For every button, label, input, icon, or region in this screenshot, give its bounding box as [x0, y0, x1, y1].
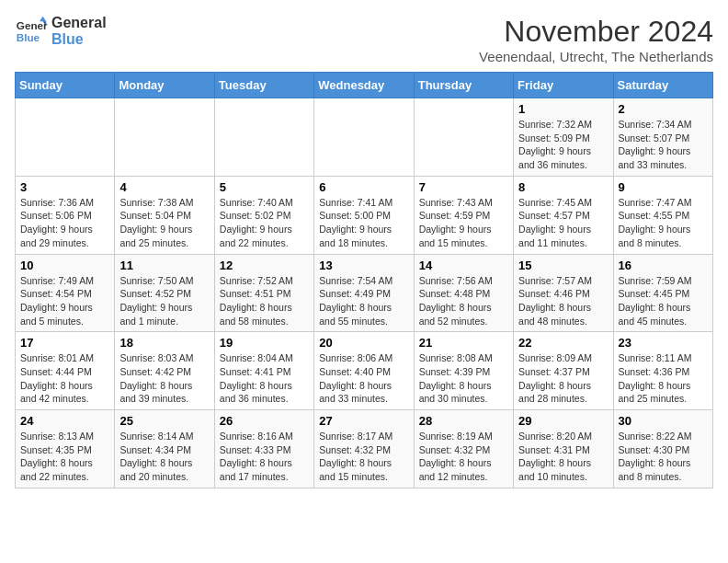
day-info: Sunrise: 7:32 AM Sunset: 5:09 PM Dayligh… — [518, 118, 608, 172]
day-info: Sunrise: 8:11 AM Sunset: 4:36 PM Dayligh… — [619, 351, 708, 406]
logo-line2: Blue — [51, 31, 107, 48]
day-info: Sunrise: 7:40 AM Sunset: 5:02 PM Dayligh… — [220, 196, 309, 250]
weekday-header: Thursday — [414, 73, 513, 98]
location-subtitle: Veenendaal, Utrecht, The Netherlands — [479, 49, 713, 64]
weekday-header-row: SundayMondayTuesdayWednesdayThursdayFrid… — [16, 73, 713, 98]
day-info: Sunrise: 7:50 AM Sunset: 4:52 PM Dayligh… — [119, 274, 209, 328]
day-info: Sunrise: 7:47 AM Sunset: 4:55 PM Dayligh… — [619, 196, 708, 250]
calendar-table: SundayMondayTuesdayWednesdayThursdayFrid… — [15, 72, 713, 488]
calendar-cell: 15Sunrise: 7:57 AM Sunset: 4:46 PM Dayli… — [514, 254, 613, 332]
day-info: Sunrise: 8:17 AM Sunset: 4:32 PM Dayligh… — [319, 430, 408, 484]
day-info: Sunrise: 8:08 AM Sunset: 4:39 PM Dayligh… — [419, 351, 508, 406]
logo-line1: General — [51, 15, 107, 31]
calendar-cell: 13Sunrise: 7:54 AM Sunset: 4:49 PM Dayli… — [314, 254, 414, 332]
calendar-cell: 22Sunrise: 8:09 AM Sunset: 4:37 PM Dayli… — [514, 332, 613, 410]
day-info: Sunrise: 8:04 AM Sunset: 4:41 PM Dayligh… — [220, 351, 309, 406]
calendar-cell: 12Sunrise: 7:52 AM Sunset: 4:51 PM Dayli… — [214, 254, 313, 332]
day-info: Sunrise: 7:34 AM Sunset: 5:07 PM Dayligh… — [619, 118, 708, 172]
day-number: 4 — [119, 180, 209, 194]
day-info: Sunrise: 8:03 AM Sunset: 4:42 PM Dayligh… — [119, 351, 209, 406]
day-number: 21 — [419, 336, 508, 350]
weekday-header: Sunday — [16, 73, 115, 98]
day-number: 17 — [20, 336, 109, 350]
calendar-cell: 10Sunrise: 7:49 AM Sunset: 4:54 PM Dayli… — [16, 254, 115, 332]
day-info: Sunrise: 7:54 AM Sunset: 4:49 PM Dayligh… — [319, 274, 408, 328]
calendar-cell: 7Sunrise: 7:43 AM Sunset: 4:59 PM Daylig… — [414, 176, 513, 254]
page-header: General Blue General Blue November 2024 … — [15, 15, 713, 64]
day-number: 27 — [319, 414, 408, 428]
month-title: November 2024 — [479, 15, 713, 49]
day-info: Sunrise: 7:52 AM Sunset: 4:51 PM Dayligh… — [220, 274, 309, 328]
day-info: Sunrise: 8:19 AM Sunset: 4:32 PM Dayligh… — [419, 430, 508, 484]
weekday-header: Friday — [514, 73, 613, 98]
day-number: 25 — [119, 414, 209, 428]
calendar-week-row: 1Sunrise: 7:32 AM Sunset: 5:09 PM Daylig… — [16, 98, 713, 177]
calendar-cell: 14Sunrise: 7:56 AM Sunset: 4:48 PM Dayli… — [414, 254, 513, 332]
calendar-week-row: 24Sunrise: 8:13 AM Sunset: 4:35 PM Dayli… — [16, 410, 713, 488]
day-info: Sunrise: 8:22 AM Sunset: 4:30 PM Dayligh… — [619, 430, 708, 484]
calendar-cell: 19Sunrise: 8:04 AM Sunset: 4:41 PM Dayli… — [214, 332, 313, 410]
calendar-cell: 28Sunrise: 8:19 AM Sunset: 4:32 PM Dayli… — [414, 410, 513, 488]
calendar-cell: 27Sunrise: 8:17 AM Sunset: 4:32 PM Dayli… — [314, 410, 414, 488]
day-info: Sunrise: 7:43 AM Sunset: 4:59 PM Dayligh… — [419, 196, 508, 250]
calendar-cell — [314, 98, 414, 177]
day-number: 10 — [20, 259, 109, 272]
calendar-cell: 21Sunrise: 8:08 AM Sunset: 4:39 PM Dayli… — [414, 332, 513, 410]
day-number: 9 — [619, 180, 708, 194]
calendar-week-row: 10Sunrise: 7:49 AM Sunset: 4:54 PM Dayli… — [16, 254, 713, 332]
title-block: November 2024 Veenendaal, Utrecht, The N… — [479, 15, 713, 64]
weekday-header: Saturday — [613, 73, 712, 98]
day-number: 8 — [518, 180, 608, 194]
day-info: Sunrise: 7:56 AM Sunset: 4:48 PM Dayligh… — [419, 274, 508, 328]
calendar-week-row: 3Sunrise: 7:36 AM Sunset: 5:06 PM Daylig… — [16, 176, 713, 254]
day-info: Sunrise: 7:57 AM Sunset: 4:46 PM Dayligh… — [518, 274, 608, 328]
calendar-cell: 29Sunrise: 8:20 AM Sunset: 4:31 PM Dayli… — [514, 410, 613, 488]
day-number: 19 — [220, 336, 309, 350]
day-number: 18 — [119, 336, 209, 350]
day-number: 24 — [20, 414, 109, 428]
weekday-header: Monday — [115, 73, 214, 98]
day-number: 2 — [619, 102, 708, 116]
day-number: 30 — [619, 414, 708, 428]
calendar-cell — [115, 98, 214, 177]
day-info: Sunrise: 7:36 AM Sunset: 5:06 PM Dayligh… — [20, 196, 109, 250]
day-number: 22 — [518, 336, 608, 350]
day-number: 28 — [419, 414, 508, 428]
calendar-cell: 8Sunrise: 7:45 AM Sunset: 4:57 PM Daylig… — [514, 176, 613, 254]
day-number: 16 — [619, 259, 708, 272]
calendar-cell: 5Sunrise: 7:40 AM Sunset: 5:02 PM Daylig… — [214, 176, 313, 254]
day-number: 3 — [20, 180, 109, 194]
day-number: 26 — [220, 414, 309, 428]
calendar-cell: 11Sunrise: 7:50 AM Sunset: 4:52 PM Dayli… — [115, 254, 214, 332]
calendar-cell: 30Sunrise: 8:22 AM Sunset: 4:30 PM Dayli… — [613, 410, 712, 488]
day-info: Sunrise: 7:38 AM Sunset: 5:04 PM Dayligh… — [119, 196, 209, 250]
day-info: Sunrise: 7:59 AM Sunset: 4:45 PM Dayligh… — [619, 274, 708, 328]
day-number: 1 — [518, 102, 608, 116]
calendar-cell: 3Sunrise: 7:36 AM Sunset: 5:06 PM Daylig… — [16, 176, 115, 254]
day-info: Sunrise: 8:01 AM Sunset: 4:44 PM Dayligh… — [20, 351, 109, 406]
calendar-cell: 23Sunrise: 8:11 AM Sunset: 4:36 PM Dayli… — [613, 332, 712, 410]
day-number: 23 — [619, 336, 708, 350]
calendar-cell: 6Sunrise: 7:41 AM Sunset: 5:00 PM Daylig… — [314, 176, 414, 254]
day-info: Sunrise: 8:16 AM Sunset: 4:33 PM Dayligh… — [220, 430, 309, 484]
day-info: Sunrise: 7:49 AM Sunset: 4:54 PM Dayligh… — [20, 274, 109, 328]
day-number: 29 — [518, 414, 608, 428]
calendar-cell: 4Sunrise: 7:38 AM Sunset: 5:04 PM Daylig… — [115, 176, 214, 254]
calendar-cell: 17Sunrise: 8:01 AM Sunset: 4:44 PM Dayli… — [16, 332, 115, 410]
calendar-cell: 25Sunrise: 8:14 AM Sunset: 4:34 PM Dayli… — [115, 410, 214, 488]
calendar-cell — [16, 98, 115, 177]
day-info: Sunrise: 8:06 AM Sunset: 4:40 PM Dayligh… — [319, 351, 408, 406]
weekday-header: Tuesday — [214, 73, 313, 98]
calendar-cell: 20Sunrise: 8:06 AM Sunset: 4:40 PM Dayli… — [314, 332, 414, 410]
day-number: 12 — [220, 259, 309, 272]
day-number: 15 — [518, 259, 608, 272]
logo: General Blue General Blue — [15, 15, 107, 48]
calendar-cell: 24Sunrise: 8:13 AM Sunset: 4:35 PM Dayli… — [16, 410, 115, 488]
day-number: 6 — [319, 180, 408, 194]
calendar-week-row: 17Sunrise: 8:01 AM Sunset: 4:44 PM Dayli… — [16, 332, 713, 410]
day-info: Sunrise: 8:13 AM Sunset: 4:35 PM Dayligh… — [20, 430, 109, 484]
weekday-header: Wednesday — [314, 73, 414, 98]
calendar-cell: 9Sunrise: 7:47 AM Sunset: 4:55 PM Daylig… — [613, 176, 712, 254]
day-info: Sunrise: 7:45 AM Sunset: 4:57 PM Dayligh… — [518, 196, 608, 250]
logo-icon: General Blue — [15, 15, 48, 48]
